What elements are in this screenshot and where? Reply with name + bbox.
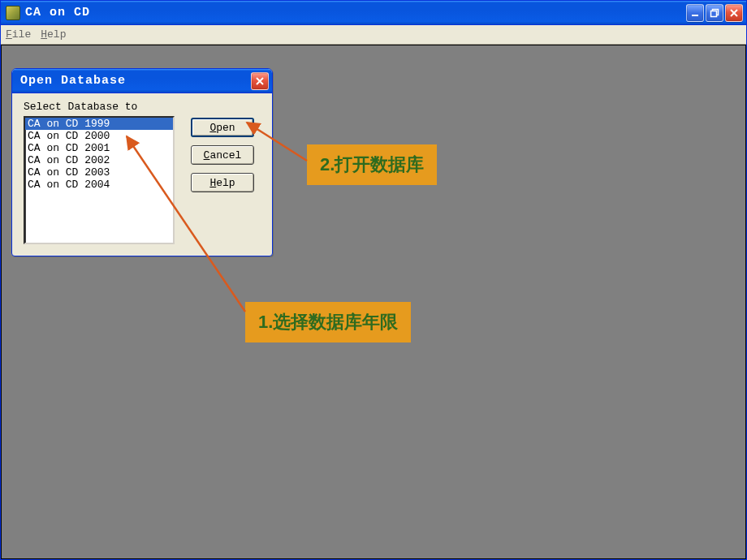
- menu-help[interactable]: Help: [41, 28, 66, 41]
- svg-rect-0: [692, 15, 698, 16]
- open-database-dialog: Open Database Select Database to CA on C…: [11, 68, 273, 256]
- minimize-button[interactable]: [686, 4, 704, 22]
- list-item[interactable]: CA on CD 2003: [25, 166, 173, 179]
- dialog-body: Select Database to CA on CD 1999CA on CD…: [15, 93, 270, 253]
- dialog-title: Open Database: [20, 74, 126, 88]
- list-item[interactable]: CA on CD 2001: [25, 142, 173, 154]
- app-title: CA on CD: [25, 6, 90, 19]
- menu-file[interactable]: File: [6, 28, 31, 41]
- cancel-button[interactable]: Cancel: [191, 145, 254, 165]
- restore-button[interactable]: [706, 4, 723, 22]
- list-item[interactable]: CA on CD 2000: [25, 130, 173, 142]
- database-listbox[interactable]: CA on CD 1999CA on CD 2000CA on CD 2001C…: [24, 116, 175, 244]
- annotation-step-2: 2.打开数据库: [307, 144, 437, 185]
- svg-rect-2: [711, 11, 717, 16]
- help-button[interactable]: Help: [191, 173, 254, 192]
- list-item[interactable]: CA on CD 2004: [25, 179, 173, 191]
- list-item[interactable]: CA on CD 1999: [25, 118, 173, 130]
- workspace: Open Database Select Database to CA on C…: [2, 45, 745, 558]
- app-icon: [6, 6, 20, 20]
- annotation-step-1: 1.选择数据库年限: [245, 302, 411, 342]
- close-button[interactable]: [725, 4, 743, 22]
- menubar: File Help: [1, 25, 746, 45]
- dialog-titlebar[interactable]: Open Database: [12, 69, 272, 93]
- dialog-close-button[interactable]: [251, 72, 269, 90]
- open-button[interactable]: Open: [191, 118, 254, 137]
- dialog-label: Select Database to: [24, 101, 261, 113]
- main-window: CA on CD File Help Open Database: [0, 0, 747, 560]
- list-item[interactable]: CA on CD 2002: [25, 154, 173, 166]
- main-titlebar: CA on CD: [1, 1, 746, 25]
